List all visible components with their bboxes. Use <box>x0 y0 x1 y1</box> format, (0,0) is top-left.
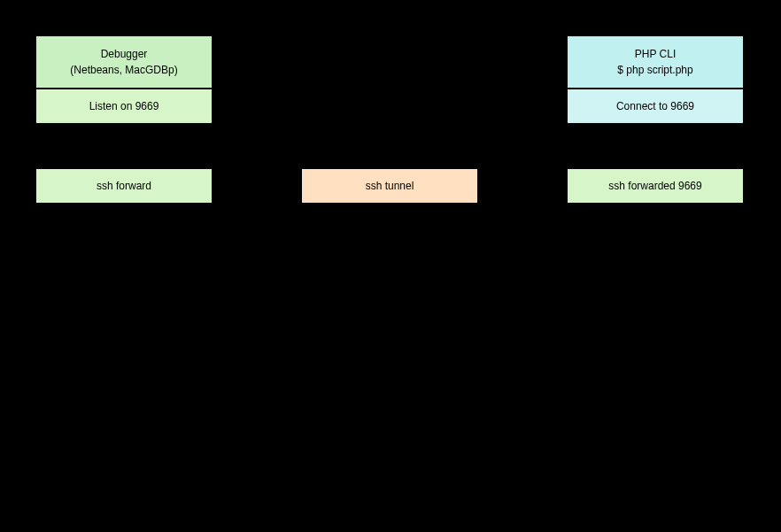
ssh-forwarded-label: ssh forwarded 9669 <box>608 178 701 194</box>
debugger-box: Debugger (Netbeans, MacGDBp) <box>35 35 213 89</box>
connect-label: Connect to 9669 <box>616 98 694 114</box>
listen-label: Listen on 9669 <box>89 98 159 114</box>
listen-box: Listen on 9669 <box>35 89 213 124</box>
ssh-forwarded-box: ssh forwarded 9669 <box>567 168 744 204</box>
ssh-forward-label: ssh forward <box>97 178 151 194</box>
connect-box: Connect to 9669 <box>567 89 744 124</box>
phpcli-subtitle: $ php script.php <box>617 64 692 76</box>
remote-header: Server <box>567 16 744 28</box>
ssh-tunnel-box: ssh tunnel <box>301 168 478 204</box>
local-header: Workstation / Laptop <box>35 16 213 28</box>
phpcli-title: PHP CLI <box>635 48 676 60</box>
debugger-title: Debugger <box>101 48 148 60</box>
ssh-forward-box: ssh forward <box>35 168 213 204</box>
phpcli-box: PHP CLI $ php script.php <box>567 35 744 89</box>
debugger-subtitle: (Netbeans, MacGDBp) <box>70 64 177 76</box>
ssh-tunnel-label: ssh tunnel <box>366 178 414 194</box>
